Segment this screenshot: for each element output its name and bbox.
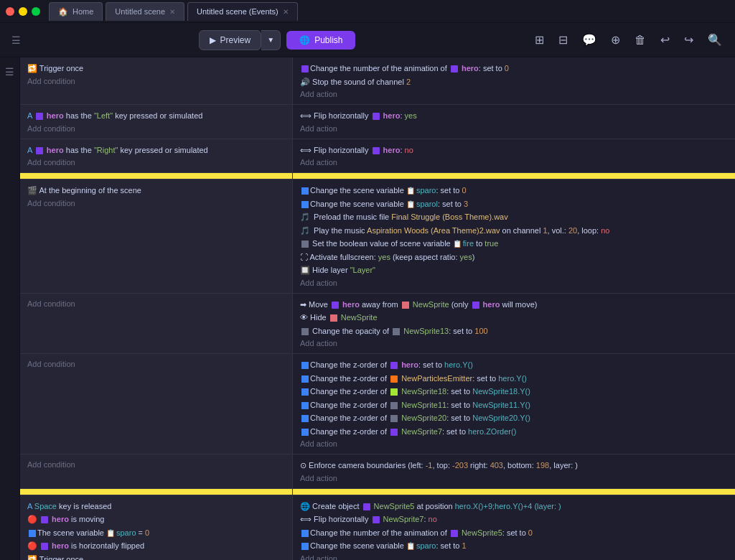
action-opacity: Change the opacity of NewSprite13: set t… bbox=[300, 325, 728, 338]
toolbar-icon-redo[interactable]: ↪ bbox=[680, 30, 698, 50]
action-col-8: 🌐 Create object NewSprite5 at position h… bbox=[293, 495, 735, 561]
sprite7-icon bbox=[390, 429, 398, 436]
action-col-3: ⟺ Flip horizontally hero: no Add action bbox=[293, 139, 735, 173]
event-row-space-key: A Space key is released 🔴 hero is moving… bbox=[20, 495, 735, 561]
toolbar-icon-add[interactable]: ⊕ bbox=[607, 30, 624, 50]
toolbar-icon-1[interactable]: ⊞ bbox=[530, 30, 548, 50]
toolbar-icon-chat[interactable]: 💬 bbox=[578, 30, 601, 50]
hero-cond-icon-2 bbox=[36, 147, 43, 154]
add-condition-7[interactable]: Add condition bbox=[27, 459, 285, 470]
condition-col-6: Add condition bbox=[20, 354, 293, 454]
var-icon-act: 📋 bbox=[406, 542, 415, 550]
publish-label: Publish bbox=[314, 35, 342, 45]
action-preload-music: 🎵 Preload the music file Final Struggle … bbox=[300, 210, 728, 224]
flip-icon-1: ⟺ bbox=[300, 111, 314, 120]
side-icon-1[interactable]: ☰ bbox=[2, 63, 17, 80]
publish-button[interactable]: 🌐 Publish bbox=[286, 31, 355, 50]
action-camera-bounds: ⊙ Enforce camera boundaries (left: -1, t… bbox=[300, 459, 728, 472]
toolbar-icon-2[interactable]: ⊟ bbox=[554, 30, 572, 50]
side-panel: ☰ bbox=[0, 57, 20, 560]
channel-val-2: 2 bbox=[406, 78, 411, 86]
hero-flipped-icon bbox=[41, 543, 48, 550]
hamburger-icon[interactable]: ☰ bbox=[9, 32, 24, 49]
event-row-trigger-once: 🔁 Trigger once Add condition Change the … bbox=[20, 57, 735, 105]
action-col-6: Change the z-order of hero: set to hero.… bbox=[293, 354, 735, 454]
close-button[interactable]: ✕ bbox=[6, 7, 14, 16]
add-action-2[interactable]: Add action bbox=[300, 123, 728, 134]
moving-icon-1: 🔴 bbox=[27, 515, 39, 523]
add-condition-4[interactable]: Add condition bbox=[27, 197, 285, 209]
preview-button[interactable]: ▶ Preview bbox=[199, 30, 262, 50]
sprite5-anim-label: NewSprite5 bbox=[459, 528, 502, 537]
hero-moving-icon bbox=[41, 516, 48, 523]
flip-icon-3: ⟺ bbox=[300, 515, 314, 523]
toolbar-icon-delete[interactable]: 🗑 bbox=[630, 31, 650, 50]
main-layout: ☰ 🔁 Trigger once Add condition Change th… bbox=[0, 57, 735, 560]
action-change-anim: Change the number of the animation of he… bbox=[300, 62, 728, 75]
cam-bottom: 198 bbox=[536, 461, 549, 470]
add-condition-6[interactable]: Add condition bbox=[27, 358, 285, 370]
add-condition-1[interactable]: Add condition bbox=[27, 75, 285, 87]
condition-col-7: Add condition bbox=[20, 454, 293, 488]
val-3-1: 3 bbox=[464, 200, 468, 208]
tab-home-label: Home bbox=[72, 7, 93, 16]
action-zorder-particles: Change the z-order of NewParticlesEmitte… bbox=[300, 372, 728, 386]
a-label-3: A bbox=[27, 502, 34, 510]
condition-col-4: 🎬 At the beginning of the scene Add cond… bbox=[20, 179, 293, 293]
sprite20-label: NewSprite20 bbox=[399, 414, 446, 422]
music-icon-1: 🎵 bbox=[300, 213, 310, 221]
tab-untitled-scene[interactable]: Untitled scene ✕ bbox=[106, 2, 184, 21]
action-flip-sprite7: ⟺ Flip horizontally NewSprite7: no bbox=[300, 513, 728, 526]
add-action-1[interactable]: Add action bbox=[300, 88, 728, 100]
action-col-1: Change the number of the animation of he… bbox=[293, 57, 735, 104]
separator-2 bbox=[20, 489, 735, 495]
condition-space-key: A Space key is released bbox=[27, 500, 285, 513]
condition-left-key: A hero has the "Left" key pressed or sim… bbox=[27, 109, 285, 123]
hero-label-1: hero bbox=[459, 64, 479, 73]
toolbar-icon-undo[interactable]: ↩ bbox=[656, 30, 674, 50]
publish-globe-icon: 🌐 bbox=[299, 35, 310, 45]
separator-1 bbox=[20, 173, 735, 179]
newsprite13-icon bbox=[393, 328, 400, 335]
action-zorder-sprite11: Change the z-order of NewSprite11: set t… bbox=[300, 398, 728, 412]
condition-trigger-once: 🔁 Trigger once bbox=[27, 62, 285, 75]
event-row-beginning: 🎬 At the beginning of the scene Add cond… bbox=[20, 179, 735, 294]
minimize-button[interactable]: － bbox=[19, 7, 27, 16]
add-action-6[interactable]: Add action bbox=[300, 438, 728, 449]
hero-moving-label: hero bbox=[50, 515, 69, 523]
tab-events-label: Untitled scene (Events) bbox=[197, 7, 278, 16]
add-condition-2[interactable]: Add condition bbox=[27, 123, 285, 134]
add-action-3[interactable]: Add action bbox=[300, 157, 728, 168]
action-set-bool-var: Set the boolean value of scene variable … bbox=[300, 237, 728, 251]
add-action-8[interactable]: Add action bbox=[300, 553, 728, 561]
add-condition-5[interactable]: Add condition bbox=[27, 298, 285, 309]
sprite11-icon bbox=[390, 402, 398, 409]
tab-home[interactable]: 🏠 Home bbox=[49, 2, 103, 21]
var-icon-3: 📋 bbox=[453, 240, 462, 248]
action-hide-newsprite: 👁 Hide NewSprite bbox=[300, 311, 728, 325]
action-set-1: : set to bbox=[479, 64, 505, 73]
toolbar-icon-search[interactable]: 🔍 bbox=[703, 30, 726, 50]
a-label-1: A bbox=[27, 111, 34, 120]
tab-events[interactable]: Untitled scene (Events) ✕ bbox=[187, 2, 298, 21]
condition-sparo-eq-0: The scene variable 📋sparo = 0 bbox=[27, 526, 285, 540]
preview-dropdown-button[interactable]: ▼ bbox=[261, 30, 281, 50]
cam-left: -1 bbox=[426, 461, 433, 470]
var-icon-cond: 📋 bbox=[106, 529, 115, 537]
hero-act-icon-1 bbox=[373, 113, 380, 120]
right-key-str: "Right" bbox=[94, 146, 118, 154]
events-content: 🔁 Trigger once Add condition Change the … bbox=[20, 57, 735, 560]
maximize-button[interactable]: ⬜ bbox=[32, 7, 40, 16]
add-action-4[interactable]: Add action bbox=[300, 277, 728, 289]
action-stop-sound: 🔊 Stop the sound of channel 2 bbox=[300, 75, 728, 89]
no-val-2: no bbox=[429, 515, 437, 523]
tab-untitled-scene-close[interactable]: ✕ bbox=[169, 8, 175, 16]
action-change-scene-var-1: Change the scene variable 📋sparo: set to… bbox=[300, 184, 728, 197]
add-action-5[interactable]: Add action bbox=[300, 337, 728, 349]
add-action-7[interactable]: Add action bbox=[300, 472, 728, 484]
fire-var: fire bbox=[463, 239, 474, 248]
music-file-1: Final Struggle (Boss Theme).wav bbox=[391, 213, 507, 221]
sparo-icon-cond bbox=[29, 530, 36, 537]
add-condition-3[interactable]: Add condition bbox=[27, 157, 285, 168]
tab-events-close[interactable]: ✕ bbox=[283, 8, 289, 16]
